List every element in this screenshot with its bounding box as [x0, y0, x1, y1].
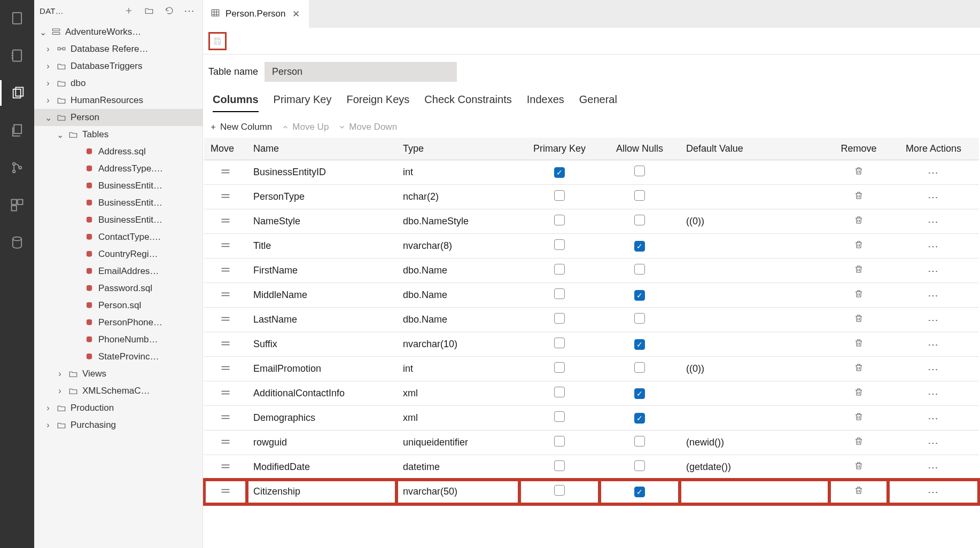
- delete-button[interactable]: [854, 339, 864, 350]
- drag-handle-icon[interactable]: [220, 289, 231, 300]
- column-name-cell[interactable]: AdditionalContactInfo: [247, 381, 396, 406]
- delete-button[interactable]: [854, 388, 864, 399]
- delete-button[interactable]: [854, 216, 864, 227]
- open-folder-button[interactable]: [142, 3, 157, 18]
- table-row[interactable]: Demographicsxml⋯: [204, 406, 979, 430]
- tree-folder-person[interactable]: ⌄ Person: [34, 109, 203, 126]
- column-type-cell[interactable]: dbo.Name: [396, 259, 519, 283]
- close-tab-button[interactable]: ✕: [291, 9, 301, 19]
- tree-file[interactable]: PhoneNumb…: [34, 331, 203, 348]
- column-default-cell[interactable]: [680, 381, 829, 406]
- column-default-cell[interactable]: ((0)): [680, 357, 829, 381]
- delete-button[interactable]: [854, 315, 864, 325]
- col-header-name[interactable]: Name: [247, 138, 396, 160]
- col-header-more[interactable]: More Actions: [888, 138, 979, 160]
- delete-button[interactable]: [854, 167, 864, 178]
- tree-folder-tables[interactable]: ⌄ Tables: [34, 126, 203, 143]
- checkbox-unchecked[interactable]: [554, 264, 565, 275]
- drag-handle-icon[interactable]: [220, 437, 231, 448]
- more-actions-button[interactable]: ⋯: [928, 191, 939, 203]
- delete-button[interactable]: [854, 290, 864, 301]
- checkbox-unchecked[interactable]: [554, 362, 565, 373]
- checkbox-unchecked[interactable]: [634, 215, 645, 225]
- tree-root[interactable]: ⌄ AdventureWorks…: [34, 24, 203, 41]
- checkbox-checked[interactable]: [634, 388, 645, 399]
- delete-button[interactable]: [854, 192, 864, 202]
- drag-handle-icon[interactable]: [220, 314, 231, 325]
- column-name-cell[interactable]: NameStyle: [247, 209, 396, 234]
- checkbox-unchecked[interactable]: [634, 190, 645, 201]
- col-header-default[interactable]: Default Value: [680, 138, 829, 160]
- table-row[interactable]: Titlenvarchar(8)⋯: [204, 234, 979, 259]
- more-button[interactable]: ⋯: [182, 3, 197, 18]
- more-actions-button[interactable]: ⋯: [928, 461, 939, 473]
- table-row[interactable]: MiddleNamedbo.Name⋯: [204, 283, 979, 308]
- editor-tab[interactable]: Person.Person ✕: [203, 0, 309, 28]
- delete-button[interactable]: [854, 241, 864, 252]
- drag-handle-icon[interactable]: [220, 388, 231, 398]
- files-icon[interactable]: [0, 80, 34, 106]
- more-actions-button[interactable]: ⋯: [928, 339, 939, 350]
- delete-button[interactable]: [854, 487, 864, 497]
- tree-folder-views[interactable]: › Views: [34, 365, 203, 382]
- more-actions-button[interactable]: ⋯: [928, 363, 939, 375]
- tree-file[interactable]: ContactType.…: [34, 229, 203, 246]
- column-name-cell[interactable]: PersonType: [247, 185, 396, 209]
- tree-folder-production[interactable]: › Production: [34, 400, 203, 417]
- delete-button[interactable]: [854, 462, 864, 473]
- table-name-input[interactable]: [265, 62, 457, 82]
- column-type-cell[interactable]: int: [396, 357, 519, 381]
- tree-folder-purchasing[interactable]: › Purchasing: [34, 417, 203, 434]
- tree-file[interactable]: Password.sql: [34, 280, 203, 297]
- column-default-cell[interactable]: [680, 234, 829, 259]
- checkbox-checked[interactable]: [554, 167, 565, 178]
- checkbox-unchecked[interactable]: [554, 313, 565, 324]
- column-name-cell[interactable]: ModifiedDate: [247, 455, 396, 480]
- column-default-cell[interactable]: (newid()): [680, 430, 829, 455]
- column-name-cell[interactable]: rowguid: [247, 430, 396, 455]
- tree-file[interactable]: Person.sql: [34, 297, 203, 314]
- column-name-cell[interactable]: Title: [247, 234, 396, 259]
- table-row[interactable]: FirstNamedbo.Name⋯: [204, 259, 979, 283]
- column-default-cell[interactable]: (getdate()): [680, 455, 829, 480]
- column-type-cell[interactable]: uniqueidentifier: [396, 430, 519, 455]
- more-actions-button[interactable]: ⋯: [928, 314, 939, 326]
- tab-indexes[interactable]: Indexes: [527, 93, 564, 111]
- checkbox-unchecked[interactable]: [554, 485, 565, 496]
- notebook-icon[interactable]: [0, 43, 34, 68]
- tree-file[interactable]: PersonPhone…: [34, 314, 203, 331]
- drag-handle-icon[interactable]: [220, 339, 231, 349]
- drag-handle-icon[interactable]: [220, 461, 231, 472]
- tree-file[interactable]: EmailAddres…: [34, 263, 203, 280]
- copy-icon[interactable]: [0, 118, 34, 143]
- col-header-move[interactable]: Move: [204, 138, 247, 160]
- database-icon[interactable]: [0, 230, 34, 255]
- move-up-button[interactable]: Move Up: [282, 122, 329, 132]
- checkbox-checked[interactable]: [634, 290, 645, 301]
- col-header-nulls[interactable]: Allow Nulls: [600, 138, 680, 160]
- column-type-cell[interactable]: dbo.Name: [396, 308, 519, 332]
- drag-handle-icon[interactable]: [220, 240, 231, 251]
- tree-folder-database-refere-[interactable]: ›Database Refere…: [34, 41, 203, 58]
- column-name-cell[interactable]: MiddleName: [247, 283, 396, 308]
- column-type-cell[interactable]: int: [396, 160, 519, 185]
- delete-button[interactable]: [854, 437, 864, 448]
- tree-file[interactable]: BusinessEntit…: [34, 212, 203, 229]
- checkbox-unchecked[interactable]: [634, 264, 645, 275]
- column-type-cell[interactable]: xml: [396, 381, 519, 406]
- tab-columns[interactable]: Columns: [213, 93, 259, 112]
- delete-button[interactable]: [854, 413, 864, 424]
- more-actions-button[interactable]: ⋯: [928, 388, 939, 400]
- column-default-cell[interactable]: [680, 406, 829, 430]
- checkbox-unchecked[interactable]: [634, 166, 645, 176]
- tab-general[interactable]: General: [579, 93, 617, 111]
- column-default-cell[interactable]: [680, 480, 829, 504]
- checkbox-checked[interactable]: [634, 241, 645, 252]
- more-actions-button[interactable]: ⋯: [928, 437, 939, 449]
- column-name-cell[interactable]: LastName: [247, 308, 396, 332]
- column-name-cell[interactable]: FirstName: [247, 259, 396, 283]
- checkbox-unchecked[interactable]: [634, 362, 645, 373]
- checkbox-unchecked[interactable]: [554, 288, 565, 299]
- more-actions-button[interactable]: ⋯: [928, 216, 939, 228]
- table-row[interactable]: rowguiduniqueidentifier(newid())⋯: [204, 430, 979, 455]
